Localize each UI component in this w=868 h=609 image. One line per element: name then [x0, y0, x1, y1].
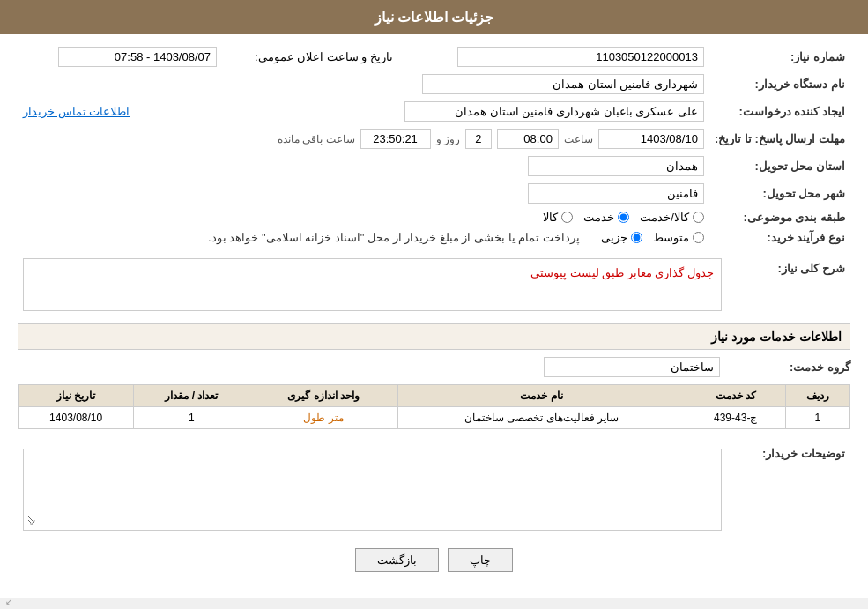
th-tarikh: تاریخ نیاز	[19, 385, 134, 407]
info-table: شماره نیاز: تاریخ و ساعت اعلان عمومی: نا…	[18, 43, 850, 248]
table-head: ردیف کد خدمت نام خدمت واحد اندازه گیری ت…	[19, 385, 850, 407]
row-deadline: مهلت ارسال پاسخ: تا تاریخ: ساعت روز و سا…	[18, 125, 850, 152]
announce-datetime-label: تاریخ و ساعت اعلان عمومی:	[255, 50, 393, 63]
th-radif: ردیف	[785, 385, 849, 407]
cell-creator	[222, 98, 709, 125]
cell-vahed: متر طول	[249, 407, 397, 429]
deadline-row: ساعت روز و ساعت باقی مانده	[23, 129, 704, 149]
cell-tarikh: 1403/08/10	[19, 407, 134, 429]
row-tabaqe: طبقه بندی موضوعی: کالا/خدمت خدمت	[18, 207, 850, 227]
input-deadline-date[interactable]	[598, 129, 704, 149]
cell-farayand: متوسط جزیی پرداخت تمام یا بخشی از مبلغ خ…	[18, 227, 709, 248]
sharh-table: شرح کلی نیاز: جدول گذاری معابر طبق لیست …	[18, 255, 850, 315]
sharh-value: جدول گذاری معابر طبق لیست پیوستی	[530, 266, 714, 279]
input-announce-datetime[interactable]	[58, 47, 217, 67]
table-header-row: ردیف کد خدمت نام خدمت واحد اندازه گیری ت…	[19, 385, 850, 407]
table-body: 1 ج-43-439 سایر فعالیت‌های تخصصی ساختمان…	[19, 407, 850, 429]
radio-motavaset-input[interactable]	[693, 232, 704, 243]
cell-tedad: 1	[134, 407, 249, 429]
label-shomara: شماره نیاز:	[709, 43, 850, 71]
main-content: شماره نیاز: تاریخ و ساعت اعلان عمومی: نا…	[0, 34, 868, 581]
label-farayand: نوع فرآیند خرید:	[709, 227, 850, 248]
days-label: روز و	[436, 133, 460, 145]
label-ostan: استان محل تحویل:	[709, 152, 850, 180]
input-deadline-days[interactable]	[465, 129, 492, 149]
cell-radif: 1	[785, 407, 849, 429]
cell-shomara	[398, 43, 709, 71]
row-sharh: شرح کلی نیاز: جدول گذاری معابر طبق لیست …	[18, 255, 850, 315]
cell-contact-link: اطلاعات تماس خریدار	[18, 98, 222, 125]
cell-sharh: جدول گذاری معابر طبق لیست پیوستی ↙	[18, 255, 727, 315]
resize-handle[interactable]: ↙	[2, 597, 12, 598]
cell-nam: سایر فعالیت‌های تخصصی ساختمان	[397, 407, 686, 429]
input-service-group[interactable]	[544, 357, 720, 377]
service-group-row: گروه خدمت:	[18, 357, 850, 377]
cell-shahr	[18, 180, 709, 207]
input-creator[interactable]	[404, 101, 704, 122]
cell-notes: ↙	[18, 440, 727, 534]
remaining-label: ساعت باقی مانده	[278, 133, 355, 145]
cell-deadline: ساعت روز و ساعت باقی مانده	[18, 125, 709, 152]
label-deadline: مهلت ارسال پاسخ: تا تاریخ:	[709, 125, 850, 152]
label-dasgah: نام دستگاه خریدار:	[709, 71, 850, 98]
label-motavaset: متوسط	[653, 231, 689, 244]
label-kala-khedmat: کالا/خدمت	[640, 211, 689, 224]
row-notes: توضیحات خریدار: ↙	[18, 440, 850, 534]
label-sharh: شرح کلی نیاز:	[727, 255, 850, 315]
cell-ostan	[18, 152, 709, 180]
th-nam: نام خدمت	[397, 385, 686, 407]
btn-print[interactable]: چاپ	[448, 548, 513, 572]
farayand-radio-group: متوسط جزیی پرداخت تمام یا بخشی از مبلغ خ…	[23, 231, 704, 244]
contact-link[interactable]: اطلاعات تماس خریدار	[23, 105, 130, 118]
service-group-label: گروه خدمت:	[727, 360, 850, 374]
farayand-desc: پرداخت تمام یا بخشی از مبلغ خریدار از مح…	[208, 231, 580, 244]
cell-tabaqe: کالا/خدمت خدمت کالا	[18, 207, 709, 227]
row-farayand: نوع فرآیند خرید: متوسط جزیی پرداخت تمام …	[18, 227, 850, 248]
cell-dasgah	[18, 71, 709, 98]
table-row: 1 ج-43-439 سایر فعالیت‌های تخصصی ساختمان…	[19, 407, 850, 429]
th-vahed: واحد اندازه گیری	[249, 385, 397, 407]
cell-kod: ج-43-439	[686, 407, 785, 429]
cell-announce-label: تاریخ و ساعت اعلان عمومی:	[222, 43, 398, 71]
notes-table: توضیحات خریدار: ↙	[18, 440, 850, 534]
service-info-title: اطلاعات خدمات مورد نیاز	[18, 323, 850, 350]
notes-resize-handle[interactable]: ↙	[26, 517, 36, 528]
buyer-notes-box: ↙	[23, 449, 722, 531]
buyer-notes-textarea[interactable]	[27, 453, 717, 524]
radio-motavaset: متوسط	[653, 231, 704, 244]
input-shomara[interactable]	[457, 47, 704, 67]
input-shahr[interactable]	[528, 183, 704, 204]
input-ostan[interactable]	[528, 156, 704, 176]
tabaqe-radio-group: کالا/خدمت خدمت کالا	[23, 211, 704, 224]
th-kod: کد خدمت	[686, 385, 785, 407]
label-jozi: جزیی	[601, 231, 627, 244]
radio-kala-khedmat: کالا/خدمت	[640, 211, 704, 224]
row-dasgah: نام دستگاه خریدار:	[18, 71, 850, 98]
th-tedad: تعداد / مقدار	[134, 385, 249, 407]
page-header: جزئیات اطلاعات نیاز	[0, 0, 868, 34]
btn-back[interactable]: بازگشت	[355, 548, 439, 572]
label-creator: ایجاد کننده درخواست:	[709, 98, 850, 125]
radio-kala-khedmat-input[interactable]	[693, 212, 704, 223]
time-label: ساعت	[564, 133, 593, 145]
cell-announce-value	[18, 43, 222, 71]
bottom-buttons: چاپ بازگشت	[18, 548, 850, 572]
row-shomara: شماره نیاز: تاریخ و ساعت اعلان عمومی:	[18, 43, 850, 71]
row-shahr: شهر محل تحویل:	[18, 180, 850, 207]
input-dasgah[interactable]	[422, 74, 704, 94]
radio-jozi: جزیی	[601, 231, 642, 244]
label-khedmat: خدمت	[583, 211, 614, 224]
radio-jozi-input[interactable]	[631, 232, 642, 243]
radio-khedmat-input[interactable]	[618, 212, 629, 223]
radio-kala-input[interactable]	[561, 212, 573, 223]
input-deadline-time[interactable]	[497, 129, 559, 149]
page-title: جزئیات اطلاعات نیاز	[375, 10, 494, 25]
services-table: ردیف کد خدمت نام خدمت واحد اندازه گیری ت…	[18, 384, 850, 429]
page-wrapper: جزئیات اطلاعات نیاز شماره نیاز: تاریخ و …	[0, 0, 868, 598]
input-time-left[interactable]	[360, 129, 431, 149]
label-notes: توضیحات خریدار:	[727, 440, 850, 534]
label-shahr: شهر محل تحویل:	[709, 180, 850, 207]
row-ostan: استان محل تحویل:	[18, 152, 850, 180]
radio-kala: کالا	[543, 211, 573, 224]
label-tabaqe: طبقه بندی موضوعی:	[709, 207, 850, 227]
